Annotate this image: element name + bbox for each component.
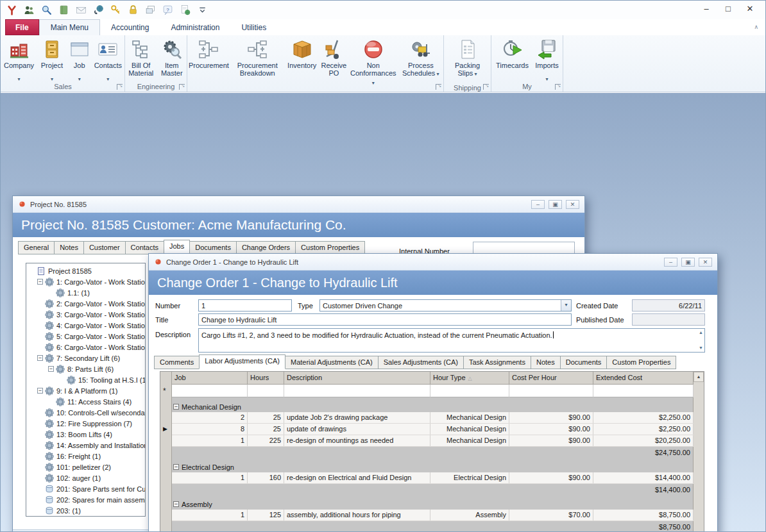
minimize-button[interactable]: – <box>664 258 677 267</box>
tab-file[interactable]: File <box>5 19 39 35</box>
new-row[interactable]: * <box>172 385 694 397</box>
tab-change-orders[interactable]: Change Orders <box>236 241 296 254</box>
tab-notes[interactable]: Notes <box>54 241 84 254</box>
tab-labor-adjustments[interactable]: Labor Adjustments (CA) <box>199 354 285 369</box>
tab-material-adjustments[interactable]: Material Adjustments (CA) <box>285 356 379 369</box>
change-order-titlebar[interactable]: Change Order 1 - Change to Hydraulic Lif… <box>149 254 717 270</box>
tree-item[interactable]: − 3: Cargo-Vator - Work Station <box>28 309 145 320</box>
tree-item[interactable]: − 1: Cargo-Vator - Work Station <box>28 276 145 287</box>
lock-icon[interactable] <box>125 3 141 17</box>
tree-item[interactable]: − 11: Access Stairs (4) <box>28 396 145 407</box>
scroll-up-icon[interactable]: ▲ <box>699 330 703 335</box>
tab-customer[interactable]: Customer <box>83 241 126 254</box>
procurement-breakdown-button[interactable]: Procurement Breakdown ▾ ▾ <box>230 38 285 82</box>
column-header-extended-cost[interactable]: Extended Cost <box>593 372 694 385</box>
tab-main-menu[interactable]: Main Menu <box>39 19 100 35</box>
tree-item[interactable]: − 203: (1) <box>28 505 145 516</box>
internal-number-field[interactable] <box>473 242 575 254</box>
tab-notes[interactable]: Notes <box>531 356 561 369</box>
tab-task-assignments[interactable]: Task Assignments <box>463 356 531 369</box>
grid-row[interactable]: ▶ 1 160 re-design on Electrical and Flui… <box>172 472 694 484</box>
tree-item[interactable]: − 102: auger (1) <box>28 472 145 483</box>
tab-documents[interactable]: Documents <box>189 241 237 254</box>
maximize-button[interactable]: □ <box>717 1 739 17</box>
tree-item[interactable]: − 7: Secondary Lift (6) <box>28 353 145 363</box>
collapse-node-icon[interactable]: − <box>48 366 54 372</box>
collapse-node-icon[interactable]: − <box>37 388 43 394</box>
tab-administration[interactable]: Administration <box>160 19 230 35</box>
tab-custom-properties[interactable]: Custom Properties <box>606 356 676 369</box>
grid-scrollbar[interactable]: ▲ ▼ <box>693 372 704 532</box>
tree-item[interactable]: − 5: Cargo-Vator - Work Station <box>28 331 145 342</box>
collapse-group-icon[interactable]: − <box>173 501 179 507</box>
tree-item[interactable]: − 201: Spare Parts sent for Cus <box>28 483 145 494</box>
tree-item[interactable]: − 4: Cargo-Vator - Work Station <box>28 320 145 331</box>
grid-row[interactable]: ▶ 1 125 assembly, additional hours for p… <box>172 510 694 521</box>
column-header-cost-per-hour[interactable]: Cost Per Hour <box>509 372 593 385</box>
report-icon[interactable] <box>177 3 193 17</box>
tree-item[interactable]: − 12: Fire Suppression (7) <box>28 418 145 429</box>
process-schedules-button[interactable]: Process Schedules ▾ ▾ <box>398 38 443 83</box>
tab-general[interactable]: General <box>18 241 55 254</box>
tree-item[interactable]: − 13: Boom Lifts (4) <box>28 429 145 440</box>
dialog-launcher-icon[interactable] <box>179 84 185 90</box>
number-field[interactable]: 1 <box>198 299 292 312</box>
column-header-description[interactable]: Description <box>284 372 430 385</box>
grid-row[interactable]: ▶ 2 25 update Job 2's drawing package Me… <box>172 412 694 424</box>
dialog-launcher-icon[interactable] <box>436 84 441 90</box>
timecards-button[interactable]: Timecards ▾ ▾ <box>493 38 532 82</box>
company-button[interactable]: Company ▾ ▾ <box>1 38 37 82</box>
close-button[interactable]: ✕ <box>699 258 712 267</box>
job-button[interactable]: Job ▾ ▾ <box>67 38 92 82</box>
tree-item[interactable]: − 6: Cargo-Vator - Work Station <box>28 342 145 353</box>
search-icon[interactable] <box>38 3 55 17</box>
cascade-windows-icon[interactable] <box>142 3 158 17</box>
tab-accounting[interactable]: Accounting <box>100 19 160 35</box>
restore-button[interactable]: ▣ <box>681 258 695 267</box>
tree-item[interactable]: − 202: Spares for main assembl <box>28 494 145 505</box>
tree-item[interactable]: − 2: Cargo-Vator - Work Station <box>28 298 145 309</box>
column-header-job[interactable]: Job <box>172 372 248 385</box>
column-header-hours[interactable]: Hours <box>248 372 284 385</box>
tree-item[interactable]: − 8: Parts Lift (6) <box>28 363 145 374</box>
tree-item[interactable]: − 15: Tooling at H.S.I (1) <box>28 374 145 385</box>
item-master-button[interactable]: Item Master ▾ ▾ <box>157 38 187 82</box>
collapse-node-icon[interactable]: − <box>37 279 43 285</box>
close-button[interactable]: ✕ <box>739 1 761 17</box>
receive-po-button[interactable]: Receive PO ▾ ▾ <box>319 38 348 82</box>
scroll-up-icon[interactable]: ▲ <box>694 372 704 382</box>
minimize-button[interactable]: – <box>531 200 545 209</box>
tree-item[interactable]: − 1.1: (1) <box>28 287 145 298</box>
help-icon[interactable] <box>160 3 176 17</box>
column-header-hour-type[interactable]: Hour Type△ <box>430 372 509 385</box>
tree-item[interactable]: − 101: pelletizer (2) <box>28 461 145 472</box>
collapse-group-icon[interactable]: − <box>173 404 179 410</box>
packing-slips-button[interactable]: Packing Slips ▾ ▾ <box>448 38 487 83</box>
minimize-button[interactable]: – <box>695 1 717 17</box>
non-conformances-button[interactable]: Non Conformances ▾ ▾ <box>348 38 398 92</box>
title-field[interactable]: Change to Hydraulic Lift <box>198 313 572 326</box>
tab-custom-properties[interactable]: Custom Properties <box>295 241 365 254</box>
app-logo-icon[interactable] <box>4 3 20 17</box>
more-commands-icon[interactable] <box>194 3 210 17</box>
dropdown-arrow-icon[interactable]: ▾ <box>561 300 571 311</box>
mail-icon[interactable] <box>73 3 89 17</box>
tab-comments[interactable]: Comments <box>154 356 200 369</box>
project-button[interactable]: Project ▾ ▾ <box>37 38 67 82</box>
inventory-button[interactable]: Inventory ▾ ▾ <box>285 38 319 82</box>
tree-item[interactable]: − Project 81585 <box>28 265 145 276</box>
type-combobox[interactable]: Customer Driven Change ▾ <box>319 299 572 312</box>
tab-documents[interactable]: Documents <box>560 356 608 369</box>
close-button[interactable]: ✕ <box>566 200 579 209</box>
tree-item[interactable]: − 14: Assembly and Installation <box>28 440 145 451</box>
contacts-button[interactable]: Contacts ▾ ▾ <box>92 38 124 82</box>
collapse-group-icon[interactable]: − <box>173 464 179 470</box>
restore-button[interactable]: ▣ <box>549 200 562 209</box>
grid-row[interactable]: ▶ 1 225 re-design of mountings as needed… <box>172 435 694 447</box>
procurement-button[interactable]: Procurement ▾ ▾ <box>187 38 230 82</box>
dialog-launcher-icon[interactable] <box>555 84 561 90</box>
key-icon[interactable] <box>108 3 124 17</box>
bill-of-material-button[interactable]: Bill Of Material ▾ ▾ <box>125 38 157 82</box>
tree-item[interactable]: − 16: Freight (1) <box>28 451 145 461</box>
collapse-ribbon-icon[interactable]: ∧ <box>754 24 758 30</box>
